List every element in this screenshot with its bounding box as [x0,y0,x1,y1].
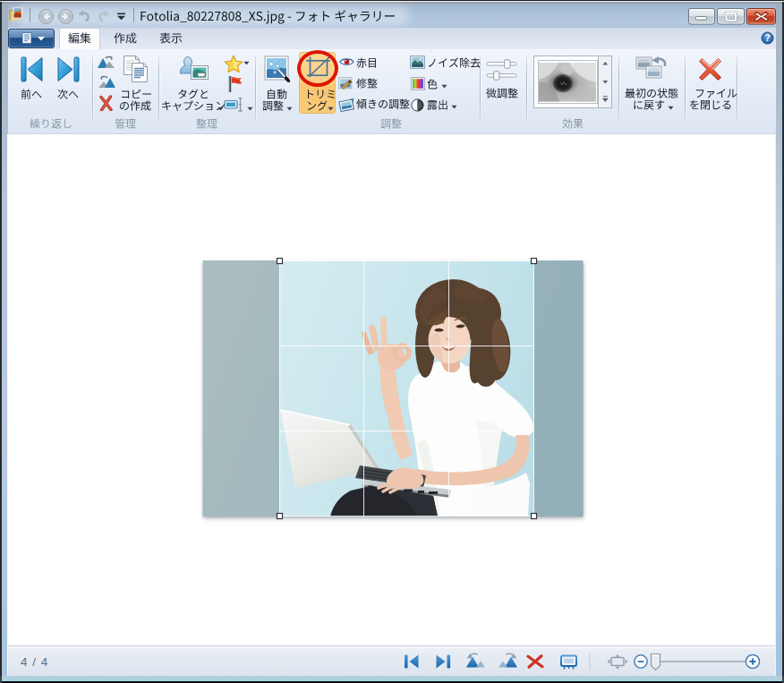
svg-text:?: ? [764,32,770,43]
